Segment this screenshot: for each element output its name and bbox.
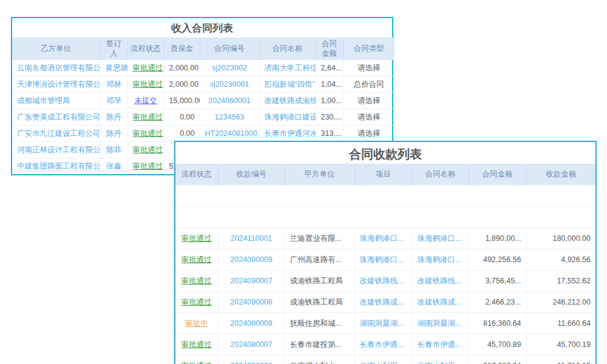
- contract-type-select[interactable]: 请选择: [343, 60, 395, 76]
- contract-no-link[interactable]: HT2024081000...: [200, 126, 259, 142]
- signer-link[interactable]: 黄思璐: [100, 60, 127, 76]
- deposit-cell: 0.00: [164, 109, 200, 126]
- income-table-row: 成都城市管理局 邓琴 未提交 15,000.00 2024060001 改建铁路…: [12, 93, 395, 109]
- contract-name-link[interactable]: 长春市伊通河水...: [259, 126, 316, 142]
- col-header-status: 流程状态: [127, 38, 164, 60]
- receipt-no-link[interactable]: 2024080007: [218, 334, 285, 356]
- col-header-contract-name: 合同名称: [259, 38, 316, 60]
- receipt-amount-cell: 17,552.62: [526, 271, 595, 292]
- receipt-no-link[interactable]: 2024080009: [218, 249, 285, 271]
- signer-link[interactable]: 陈菲: [100, 142, 127, 158]
- col-header-signer: 签订人: [100, 38, 127, 60]
- col-header-contract-type: 合同类型: [343, 38, 395, 60]
- project-link[interactable]: 改建铁路线...: [354, 271, 412, 292]
- status-link[interactable]: 审批通过: [127, 76, 164, 93]
- party-a-cell: 广州高速路有...: [285, 249, 354, 271]
- status-link[interactable]: 审批通过: [127, 142, 164, 158]
- status-link[interactable]: 审批通过: [127, 126, 164, 142]
- contract-no-link[interactable]: sj2023002: [200, 60, 259, 76]
- income-table-row: 广安市九江建设工程公司 陈丹 审批通过 0.00 HT2024081000...…: [12, 126, 395, 142]
- status-link[interactable]: 审批通过: [175, 292, 218, 313]
- status-link[interactable]: 审批通过: [127, 158, 164, 175]
- party-b-link[interactable]: 成都城市管理局: [12, 93, 100, 109]
- receipt-no-link[interactable]: 2024080006: [218, 356, 285, 364]
- contract-type-select[interactable]: 请选择: [343, 93, 395, 109]
- contract-name-link[interactable]: 珠海鹤港口...: [412, 249, 469, 271]
- amount-cell: 1,00...: [316, 93, 343, 109]
- deposit-cell: 15,000.00: [164, 93, 200, 109]
- status-link[interactable]: 审批通过: [175, 249, 218, 271]
- col-header-receipt-no: 收款编号: [218, 164, 285, 186]
- contract-name-link[interactable]: 云南水利枢...: [412, 356, 469, 364]
- income-table-row: 广东赞美成工程有限公司 陈丹 审批通过 0.00 1234563 珠海鹤港口建设…: [12, 109, 395, 126]
- col-header-status: 流程状态: [175, 164, 218, 186]
- party-a-cell: 成渝铁路工程局: [285, 292, 354, 313]
- contract-amount-cell: 317,086.34: [469, 356, 526, 364]
- receipt-no-link[interactable]: 2024090006: [218, 292, 285, 313]
- deposit-cell: 2,000.00: [164, 76, 200, 93]
- status-link[interactable]: 审批通过: [175, 228, 218, 249]
- receipt-no-link[interactable]: 2024110001: [218, 228, 285, 249]
- project-link[interactable]: 湖南洞庭湖...: [354, 313, 412, 334]
- party-b-link[interactable]: 河南正林设计工程有限公司: [12, 142, 100, 158]
- signer-link[interactable]: 陈丹: [100, 109, 127, 126]
- status-link[interactable]: 审批通过: [127, 109, 164, 126]
- receipt-amount-cell: 11,716.15: [526, 356, 595, 364]
- project-link[interactable]: 改建铁路成...: [354, 292, 412, 313]
- contract-name-link[interactable]: 改建铁路成...: [412, 292, 469, 313]
- party-b-link[interactable]: 广东赞美成工程有限公司: [12, 109, 100, 126]
- contract-type-select[interactable]: 请选择: [343, 109, 395, 126]
- contract-name-link[interactable]: 济南大学工科综...: [259, 60, 316, 76]
- status-link[interactable]: 审批通过: [175, 334, 218, 356]
- party-b-link[interactable]: 天津博润设计管理有限公司: [12, 76, 100, 93]
- receipt-amount-cell: 45,700.19: [526, 334, 595, 356]
- empty-spacer-row: [175, 186, 595, 207]
- contract-amount-cell: 3,756,45...: [469, 271, 526, 292]
- contract-name-link[interactable]: 珠海鹤港口...: [412, 228, 469, 249]
- col-header-party-a: 甲方单位: [285, 164, 354, 186]
- party-b-link[interactable]: 云南名都酒店管理有限公司: [12, 60, 100, 76]
- contract-type-select[interactable]: 请选择: [343, 126, 395, 142]
- status-link[interactable]: 未提交: [127, 93, 164, 109]
- contract-name-link[interactable]: 改建铁路成渝线...: [259, 93, 316, 109]
- receipt-table-row: 审批通过 2024090007 成渝铁路工程局 改建铁路线... 改建铁路线..…: [175, 271, 595, 292]
- contract-type-select[interactable]: 总价合同: [343, 76, 395, 93]
- project-link[interactable]: 珠海鹤港口...: [354, 249, 412, 271]
- receipt-amount-cell: 180,000.00: [526, 228, 595, 249]
- page: 收入合同列表 乙方单位 签订人 流程状态 质保金 合同编号 合同名称 合同金额 …: [0, 0, 607, 364]
- party-b-link[interactable]: 广安市九江建设工程公司: [12, 126, 100, 142]
- signer-link[interactable]: 陈丹: [100, 126, 127, 142]
- receipt-header-row: 流程状态 收款编号 甲方单位 项目 合同名称 合同金额 收款金额: [175, 164, 595, 186]
- contract-no-link[interactable]: sj20230001: [200, 76, 259, 93]
- contract-name-link[interactable]: 改建铁路线...: [412, 271, 469, 292]
- signer-link[interactable]: 邓琴: [100, 93, 127, 109]
- status-link[interactable]: 审批中: [175, 313, 218, 334]
- status-link[interactable]: 审批通过: [175, 271, 218, 292]
- project-link[interactable]: 珠海鹤港口...: [354, 228, 412, 249]
- amount-cell: 313,...: [316, 126, 343, 142]
- receipt-no-link[interactable]: 2024080008: [218, 313, 285, 334]
- contract-name-link[interactable]: 珠海鹤港口建设...: [259, 109, 316, 126]
- receipt-no-link[interactable]: 2024090007: [218, 271, 285, 292]
- contract-name-link[interactable]: 长春市伊通...: [412, 334, 469, 356]
- receipt-table-row: 审批通过 2024080007 长春市建投第... 长春市伊通... 长春市伊通…: [175, 334, 595, 356]
- income-table-title: 收入合同列表: [12, 18, 392, 38]
- receipt-amount-cell: 4,926.56: [526, 249, 595, 271]
- party-a-cell: 抚顺住房和城...: [285, 313, 354, 334]
- contract-name-link[interactable]: 彭祖新城“四馆”...: [259, 76, 316, 93]
- status-link[interactable]: 审批通过: [127, 60, 164, 76]
- party-b-link[interactable]: 中建集团路面工程有限公司: [12, 158, 100, 175]
- party-a-cell: 成渝铁路工程局: [285, 271, 354, 292]
- contract-no-link[interactable]: 1234563: [200, 109, 259, 126]
- signer-link[interactable]: 张鑫: [100, 158, 127, 175]
- receipt-amount-cell: 246,212.00: [526, 292, 595, 313]
- status-link[interactable]: 审批通过: [175, 356, 218, 364]
- receipt-table-row: 审批通过 2024080009 广州高速路有... 珠海鹤港口... 珠海鹤港口…: [175, 249, 595, 271]
- signer-link[interactable]: 邓林: [100, 76, 127, 93]
- project-link[interactable]: 云南水利枢...: [354, 356, 412, 364]
- contract-name-link[interactable]: 湖南洞庭湖...: [412, 313, 469, 334]
- project-link[interactable]: 长春市伊通...: [354, 334, 412, 356]
- party-a-cell: 兰迪置业有限...: [285, 228, 354, 249]
- receipt-table: 流程状态 收款编号 甲方单位 项目 合同名称 合同金额 收款金额 审批通过 20…: [175, 164, 595, 364]
- contract-no-link[interactable]: 2024060001: [200, 93, 259, 109]
